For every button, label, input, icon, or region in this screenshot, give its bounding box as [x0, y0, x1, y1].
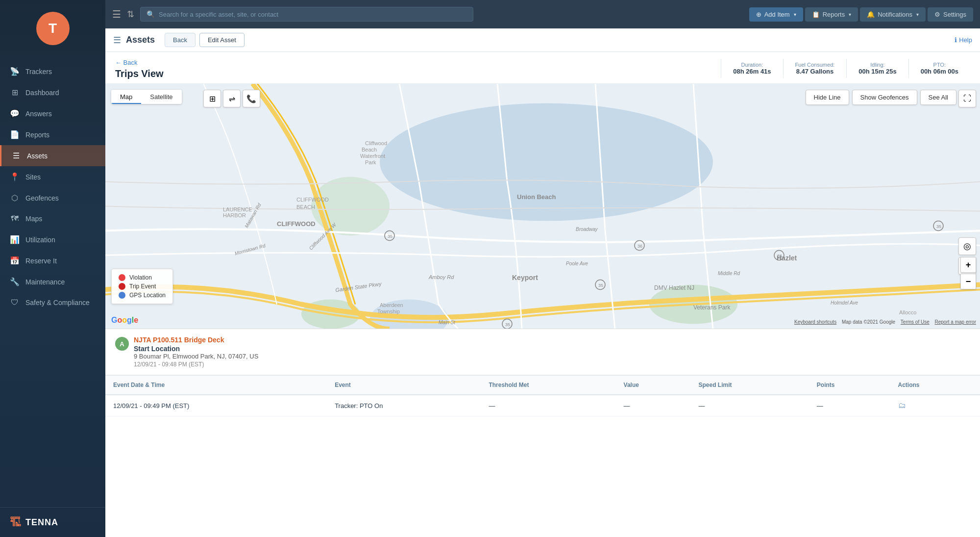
main-content: ☰ Assets Back Edit Asset ℹ Help ← Back T…	[105, 28, 980, 537]
zoom-in-button[interactable]: +	[960, 257, 976, 273]
back-button[interactable]: Back	[165, 33, 196, 47]
svg-text:36: 36	[777, 254, 782, 258]
sidebar-item-reserve[interactable]: 📅Reserve It	[0, 250, 105, 271]
keyboard-shortcuts-link[interactable]: Keyboard shortcuts	[794, 319, 836, 325]
search-input[interactable]	[159, 11, 467, 18]
events-table-container: Event Date & Time Event Threshold Met Va…	[105, 375, 980, 416]
sidebar-item-answers[interactable]: 💬Answers	[0, 103, 105, 124]
map-action-buttons: Hide Line Show Geofences See All	[806, 90, 956, 105]
sidebar-item-trackers[interactable]: 📡Trackers	[0, 61, 105, 82]
cell-value: —	[616, 395, 691, 416]
trips-back-link[interactable]: ← Back	[115, 59, 164, 66]
sidebar-item-reports[interactable]: 📄Reports	[0, 124, 105, 145]
map-tab-satellite[interactable]: Satellite	[141, 90, 181, 104]
table-row: 12/09/21 - 09:49 PM (EST) Tracker: PTO O…	[105, 395, 980, 416]
sidebar-label-sites: Sites	[25, 173, 41, 181]
cluster-tool-icon[interactable]: ⊞	[203, 90, 221, 107]
cell-threshold: —	[481, 395, 615, 416]
help-link[interactable]: ℹ Help	[955, 36, 972, 44]
cell-speed-limit: —	[690, 395, 808, 416]
legend-gps-location: GPS Location	[119, 292, 166, 299]
action-icon[interactable]: 🗂	[898, 401, 906, 409]
sidebar-item-assets[interactable]: ☰Assets	[0, 145, 105, 166]
cell-action[interactable]: 🗂	[890, 395, 980, 416]
geofences-nav-icon: ⬡	[10, 193, 20, 203]
sidebar-label-dashboard: Dashboard	[25, 89, 59, 97]
sidebar-logo: 🏗 TENNA	[0, 507, 105, 537]
sidebar-item-maintenance[interactable]: 🔧Maintenance	[0, 271, 105, 292]
reports-nav-icon: 📄	[10, 130, 20, 139]
reports-chevron-icon: ▾	[849, 12, 851, 17]
hamburger-menu-icon[interactable]: ☰	[112, 8, 121, 20]
svg-text:HARBOR: HARBOR	[223, 212, 246, 218]
sidebar-item-maps[interactable]: 🗺Maps	[0, 208, 105, 229]
map-data-label: Map data ©2021 Google	[842, 319, 895, 325]
search-box: 🔍	[140, 7, 473, 22]
content-area: ← Back Trips View Duration:08h 26m 41sFu…	[105, 52, 980, 537]
report-map-error-link[interactable]: Report a map error	[935, 319, 976, 325]
svg-text:36: 36	[637, 244, 642, 249]
violation-dot	[119, 274, 125, 281]
help-icon: ℹ	[955, 36, 957, 44]
sidebar-label-geofences: Geofences	[25, 194, 59, 202]
map-legend: Violation Trip Event GPS Location	[111, 269, 173, 304]
maps-nav-icon: 🗺	[10, 214, 20, 223]
sidebar-item-dashboard[interactable]: ⊞Dashboard	[0, 82, 105, 103]
phone-tool-icon[interactable]: 📞	[243, 90, 260, 107]
trip-address: 9 Boumar Pl, Elmwood Park, NJ, 07407, US	[134, 353, 258, 360]
edit-asset-button[interactable]: Edit Asset	[199, 33, 245, 47]
sidebar-item-utilization[interactable]: 📊Utilization	[0, 229, 105, 250]
sidebar-item-safety[interactable]: 🛡Safety & Compliance	[0, 292, 105, 313]
svg-text:Main St: Main St	[439, 320, 456, 325]
dashboard-nav-icon: ⊞	[10, 88, 20, 97]
svg-text:Amboy Rd: Amboy Rd	[428, 274, 454, 280]
trips-view-header: ← Back Trips View Duration:08h 26m 41sFu…	[105, 52, 980, 84]
sidebar-label-answers: Answers	[25, 110, 52, 118]
svg-text:Park: Park	[365, 159, 376, 165]
settings-button[interactable]: ⚙ Settings	[928, 7, 973, 22]
answers-nav-icon: 💬	[10, 109, 20, 118]
add-icon: ⊕	[756, 11, 761, 18]
svg-text:Beach: Beach	[362, 147, 377, 153]
filter-icon[interactable]: ⇅	[127, 9, 134, 20]
trip-event-dot	[119, 283, 125, 290]
start-marker-circle: A	[115, 337, 129, 351]
map-fullscreen-button[interactable]: ⛶	[958, 90, 976, 107]
sidebar-item-geofences[interactable]: ⬡Geofences	[0, 187, 105, 208]
sidebar-label-safety: Safety & Compliance	[25, 299, 90, 307]
terms-of-use-link[interactable]: Terms of Use	[901, 319, 930, 325]
col-value: Value	[616, 376, 691, 395]
zoom-out-button[interactable]: −	[960, 274, 976, 289]
col-actions: Actions	[890, 376, 980, 395]
assets-nav-icon: ☰	[11, 151, 21, 160]
svg-text:Union Beach: Union Beach	[517, 193, 556, 201]
trip-event-label: Trip Event	[129, 283, 156, 290]
add-item-button[interactable]: ⊕ Add Item ▾	[749, 7, 803, 22]
hide-line-button[interactable]: Hide Line	[806, 90, 849, 105]
stat-pto-: PTO:00h 06m 00s	[908, 59, 970, 78]
svg-text:35: 35	[505, 322, 510, 327]
stat-fuel-consumed-: Fuel Consumed:8.47 Gallons	[783, 59, 847, 78]
svg-text:LAURENCE: LAURENCE	[223, 206, 252, 212]
notifications-button[interactable]: 🔔 Notifications ▾	[860, 7, 926, 22]
avatar[interactable]: T	[36, 12, 70, 45]
cell-event: Tracker: PTO On	[327, 395, 481, 416]
path-tool-icon[interactable]: ⇌	[223, 90, 241, 107]
svg-text:Holmdel Ave: Holmdel Ave	[831, 300, 858, 306]
reports-button[interactable]: 📋 Reports ▾	[805, 7, 858, 22]
map-tab-map[interactable]: Map	[111, 90, 141, 104]
svg-text:Aberdeen: Aberdeen	[380, 302, 403, 308]
trips-stats: Duration:08h 26m 41sFuel Consumed:8.47 G…	[721, 59, 970, 78]
assets-list-icon: ☰	[113, 35, 121, 46]
see-all-button[interactable]: See All	[920, 90, 956, 105]
map-location-button[interactable]: ◎	[958, 237, 976, 255]
show-geofences-button[interactable]: Show Geofences	[852, 90, 917, 105]
map-attribution: Keyboard shortcuts Map data ©2021 Google…	[794, 319, 976, 325]
maintenance-nav-icon: 🔧	[10, 277, 20, 286]
sidebar-item-sites[interactable]: 📍Sites	[0, 166, 105, 187]
svg-text:Township: Township	[377, 308, 400, 314]
trip-name-link[interactable]: NJTA P100.511 Bridge Deck	[134, 336, 258, 344]
gear-icon: ⚙	[934, 11, 940, 18]
svg-text:Poole Ave: Poole Ave	[566, 261, 588, 266]
sites-nav-icon: 📍	[10, 172, 20, 181]
